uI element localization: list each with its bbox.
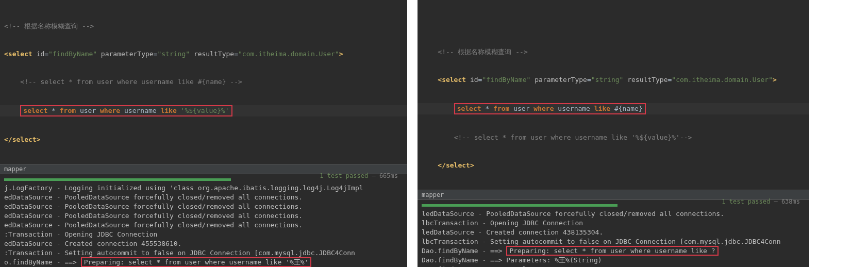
test-status: 1 test passed	[320, 172, 368, 179]
code-editor-right[interactable]: <!-- 根据名称模糊查询 --> <select id="findByName…	[418, 0, 809, 190]
left-editor-panel: <!-- 根据名称模糊查询 --> <select id="findByName…	[0, 0, 407, 267]
console-line: edDataSource - PooledDataSource forceful…	[4, 202, 403, 211]
select-close-tag: </select>	[438, 161, 474, 169]
console-line: Dao.findByName - <== Total: 4	[422, 265, 805, 267]
console-line: :Transaction - Opening JDBC Connection	[4, 230, 403, 239]
console-line: Dao.findByName - ==> Preparing: select *…	[422, 246, 805, 256]
console-line: j.LogFactory - Logging initialized using…	[4, 183, 403, 193]
test-status: 1 test passed	[722, 198, 770, 205]
right-editor-panel: <!-- 根据名称模糊查询 --> <select id="findByName…	[418, 0, 809, 267]
comparison-container: <!-- 根据名称模糊查询 --> <select id="findByName…	[0, 0, 868, 267]
console-line: ledDataSource - Created connection 43813…	[422, 228, 805, 237]
console-line: :Transaction - Setting autocommit to fal…	[4, 248, 403, 258]
test-time: – 665ms	[368, 172, 398, 179]
code-editor-left[interactable]: <!-- 根据名称模糊查询 --> <select id="findByName…	[0, 0, 407, 164]
console-right[interactable]: ledDataSource - PooledDataSource forcefu…	[418, 207, 809, 267]
test-time: – 638ms	[770, 198, 800, 205]
right-column: <!-- 根据名称模糊查询 --> <select id="findByName…	[418, 0, 809, 267]
test-bar-right: 1 test passed – 638ms	[418, 200, 809, 207]
highlighted-sql-right: select * from user where username like #…	[454, 103, 646, 114]
console-line: ledDataSource - PooledDataSource forcefu…	[422, 209, 805, 219]
xml-comment: <!-- 根据名称模糊查询 -->	[438, 48, 527, 56]
highlighted-sql-left: select * from user where username like '…	[20, 105, 232, 116]
console-line: edDataSource - Created connection 455538…	[4, 239, 403, 248]
left-column: <!-- 根据名称模糊查询 --> <select id="findByName…	[0, 0, 407, 267]
xml-inner-comment: <!-- select * from user where username l…	[454, 134, 692, 141]
console-line: edDataSource - PooledDataSource forceful…	[4, 221, 403, 230]
xml-inner-comment: <!-- select * from user where username l…	[20, 78, 242, 86]
console-line: edDataSource - PooledDataSource forceful…	[4, 211, 403, 221]
test-bar-left: 1 test passed – 665ms	[0, 174, 407, 181]
select-close-tag: </select>	[4, 136, 40, 143]
console-left[interactable]: j.LogFactory - Logging initialized using…	[0, 181, 407, 267]
console-line: lbcTransaction - Setting autocommit to f…	[422, 237, 805, 246]
xml-comment: <!-- 根据名称模糊查询 -->	[4, 22, 94, 30]
console-line: o.findByName - ==> Preparing: select * f…	[4, 258, 403, 267]
highlighted-log: Preparing: select * from user where user…	[81, 257, 312, 267]
console-line: Dao.findByName - ==> Parameters: %王%(Str…	[422, 256, 805, 265]
console-line: edDataSource - PooledDataSource forceful…	[4, 193, 403, 202]
console-line: lbcTransaction - Opening JDBC Connection	[422, 219, 805, 228]
highlighted-log: Preparing: select * from user where user…	[506, 246, 718, 256]
